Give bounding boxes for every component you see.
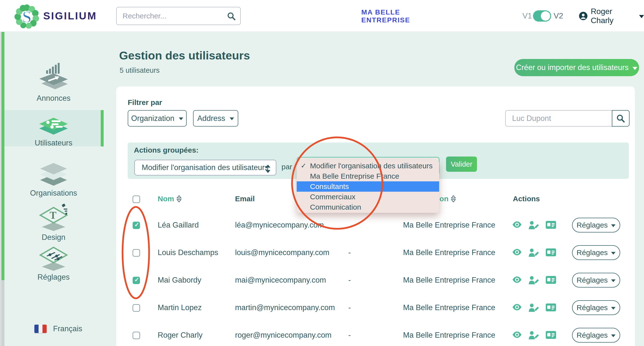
edit-user-icon[interactable] — [528, 221, 539, 230]
version-toggle[interactable] — [533, 10, 551, 22]
chevron-down-icon — [632, 67, 637, 70]
column-header-label: Actions — [513, 191, 540, 207]
sidebar-accent-bar — [2, 32, 4, 280]
edit-user-icon[interactable] — [528, 248, 539, 258]
chevron-down-icon — [230, 118, 234, 120]
sidebar-item-reglages[interactable]: Réglages — [4, 243, 103, 282]
sidebar-item-label: Réglages — [4, 273, 103, 282]
user-management-page: S SIGILIUM MA BELLE ENTREPRISE V1 V2 — [0, 0, 644, 346]
search-icon — [616, 114, 625, 123]
row-checkbox[interactable] — [133, 332, 140, 339]
row-checkbox[interactable] — [133, 277, 140, 284]
dropdown-option-highlighted[interactable]: Consultants — [297, 181, 439, 192]
create-import-users-label: Créer ou importer des utilisateurs — [516, 63, 628, 72]
chevron-down-icon — [611, 252, 616, 255]
user-name-cell: Roger Charly — [158, 321, 203, 346]
table-row: Léa Gaillardléa@mynicecompany.comMa Bell… — [116, 211, 635, 239]
row-settings-label: Réglages — [577, 221, 608, 229]
sidebar-item-organisations[interactable]: Organisations — [4, 157, 103, 198]
view-user-icon[interactable] — [512, 248, 522, 257]
view-user-icon[interactable] — [512, 276, 522, 284]
create-import-users-button[interactable]: Créer ou importer des utilisateurs — [514, 59, 639, 76]
svg-text:T: T — [50, 210, 56, 221]
row-settings-label: Réglages — [577, 331, 608, 339]
edit-user-icon[interactable] — [528, 331, 539, 340]
svg-text:S: S — [22, 8, 31, 26]
sidebar-item-design[interactable]: T Design — [4, 203, 103, 242]
row-settings-button[interactable]: Réglages — [572, 273, 620, 287]
dropdown-option[interactable]: ✓ Modifier l'organisation des utilisateu… — [297, 161, 439, 171]
table-search-input[interactable] — [505, 110, 612, 127]
user-menu[interactable]: Roger Charly — [579, 0, 644, 32]
chevron-down-icon — [611, 224, 616, 227]
check-icon: ✓ — [301, 161, 306, 171]
column-header-name[interactable]: Nom — [158, 191, 182, 207]
view-user-icon[interactable] — [512, 303, 522, 312]
validate-button[interactable]: Valider — [446, 157, 477, 172]
contact-card-icon[interactable] — [546, 276, 556, 285]
users-icon — [38, 111, 69, 137]
user-avatar-icon — [579, 11, 588, 21]
user-organisation-cell: Ma Belle Entreprise France — [403, 239, 496, 266]
search-icon[interactable] — [227, 12, 236, 22]
brand-name[interactable]: SIGILIUM — [43, 0, 97, 32]
row-settings-button[interactable]: Réglages — [572, 300, 620, 315]
chevron-down-icon — [639, 15, 644, 18]
chevron-down-icon — [611, 307, 616, 310]
contact-card-icon[interactable] — [546, 303, 556, 312]
select-updown-icon — [265, 164, 271, 178]
global-search-input[interactable] — [122, 7, 221, 25]
chevron-down-icon — [611, 334, 616, 337]
dropdown-option[interactable]: Ma Belle Entreprise France — [297, 171, 439, 181]
organisations-icon — [38, 157, 69, 187]
view-user-icon[interactable] — [512, 221, 522, 229]
row-settings-button[interactable]: Réglages — [572, 218, 620, 232]
filter-by-label: Filtrer par — [128, 98, 162, 107]
table-search-button[interactable] — [612, 110, 630, 127]
user-organisation-cell: Ma Belle Entreprise France — [403, 266, 496, 294]
sidebar-item-label: Utilisateurs — [4, 139, 103, 147]
table-row: Mai Gabordymai@mynicecompany.com-Ma Bell… — [116, 266, 635, 294]
contact-card-icon[interactable] — [546, 221, 556, 230]
sidebar-item-annonces[interactable]: Annonces — [4, 63, 103, 103]
contact-card-icon[interactable] — [546, 331, 556, 340]
user-email-cell: léa@mynicecompany.com — [235, 211, 324, 239]
edit-user-icon[interactable] — [528, 276, 539, 285]
column-header-label: Nom — [158, 191, 174, 207]
language-label: Français — [53, 324, 82, 333]
row-checkbox[interactable] — [133, 304, 140, 311]
edit-user-icon[interactable] — [528, 303, 539, 313]
chevron-down-icon — [179, 118, 183, 120]
design-icon: T — [38, 203, 69, 231]
user-organisation-cell: Ma Belle Entreprise France — [403, 321, 496, 346]
row-settings-button[interactable]: Réglages — [572, 245, 620, 260]
language-switcher[interactable]: Français — [34, 324, 82, 333]
row-checkbox[interactable] — [133, 222, 140, 229]
user-phone-cell: - — [348, 294, 351, 321]
company-logo-line2: ENTREPRISE — [361, 16, 410, 24]
user-name-cell: Léa Gaillard — [158, 211, 199, 239]
address-filter-dropdown[interactable]: Address — [193, 110, 238, 127]
sort-icon — [176, 195, 182, 203]
contact-card-icon[interactable] — [546, 248, 556, 257]
sidebar-item-utilisateurs[interactable]: Utilisateurs — [4, 111, 103, 147]
row-checkbox[interactable] — [133, 249, 140, 256]
top-navbar: S SIGILIUM MA BELLE ENTREPRISE V1 V2 — [0, 0, 644, 32]
view-user-icon[interactable] — [512, 331, 522, 339]
chevron-down-icon — [611, 279, 616, 282]
page-left-edge-lower — [2, 280, 4, 346]
row-settings-button[interactable]: Réglages — [572, 328, 620, 342]
user-name-cell: Louis Deschamps — [158, 239, 218, 266]
sigilium-logo-icon[interactable]: S — [14, 4, 39, 30]
dropdown-option-label: Communication — [310, 203, 361, 211]
dropdown-option[interactable]: Communication — [297, 202, 439, 212]
organization-filter-dropdown[interactable]: Organization — [128, 110, 187, 127]
validate-label: Valider — [451, 160, 472, 168]
bulk-action-select[interactable]: Modifier l'organisation des utilisateurs — [134, 160, 276, 175]
dropdown-option[interactable]: Commerciaux — [297, 192, 439, 202]
select-all-checkbox[interactable] — [133, 196, 140, 203]
version-v2-label: V2 — [554, 11, 563, 21]
table-row: Roger Charlyroger@mynicecompany.com-Ma B… — [116, 321, 635, 346]
version-v1-label: V1 — [522, 11, 532, 21]
user-email-cell: mai@mynicecompany.com — [235, 266, 326, 294]
